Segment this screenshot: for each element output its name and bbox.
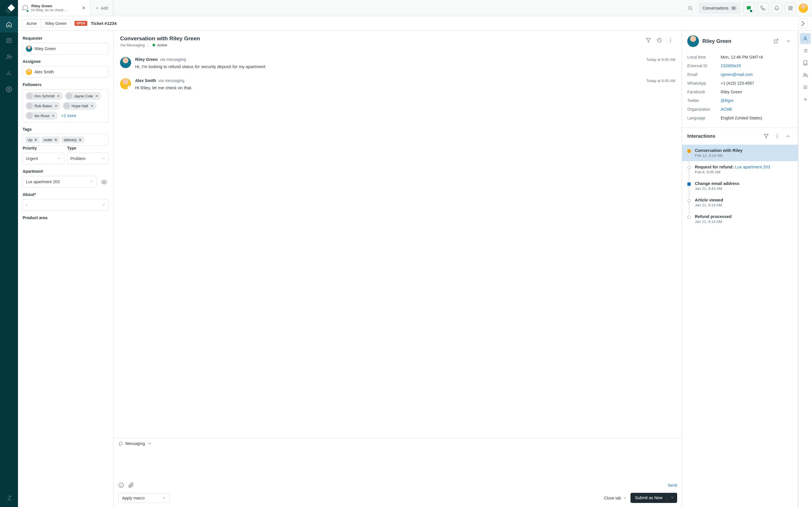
- call-button[interactable]: [757, 2, 768, 14]
- open-profile-button[interactable]: [772, 37, 780, 46]
- submit-button[interactable]: Submit as New: [631, 493, 667, 503]
- followers-field[interactable]: Kim Schmitt✕ Jayne Cole✕ Rob Bates✕ Hope…: [22, 89, 109, 122]
- history-button[interactable]: [654, 35, 664, 45]
- interaction-link[interactable]: Lux apartment 203: [735, 165, 770, 169]
- plus-icon: ＋: [95, 5, 99, 11]
- visibility-toggle[interactable]: [100, 177, 109, 187]
- attachment-icon[interactable]: [128, 483, 134, 488]
- rail-list-button[interactable]: [800, 45, 811, 56]
- rail-grid-button[interactable]: [800, 82, 811, 93]
- nav-admin-icon[interactable]: [0, 81, 18, 97]
- external-link-icon: [773, 39, 779, 44]
- emoji-icon[interactable]: [118, 483, 124, 488]
- chat-status-button[interactable]: [743, 2, 755, 14]
- rail-add-button[interactable]: [800, 94, 811, 105]
- composer-channel-select[interactable]: Messaging: [114, 438, 682, 449]
- apply-macro-select[interactable]: Apply macro: [118, 493, 170, 503]
- app-logo[interactable]: [0, 0, 18, 16]
- remove-icon[interactable]: ✕: [95, 94, 99, 98]
- submit-dropdown[interactable]: [667, 493, 677, 503]
- notifications-button[interactable]: [771, 2, 782, 14]
- crumb-user[interactable]: Riley Green: [41, 19, 71, 27]
- remove-icon[interactable]: ✕: [34, 138, 38, 142]
- close-tab-action[interactable]: Close tab: [604, 496, 627, 500]
- topbar: Riley Green Hi Riley, let ne check ... ✕…: [18, 0, 812, 16]
- tags-field[interactable]: vip✕ order✕ delivery✕: [22, 134, 109, 146]
- interactions-collapse-button[interactable]: [784, 132, 793, 140]
- zendesk-logo-icon[interactable]: z: [0, 491, 18, 507]
- priority-select[interactable]: Urgent: [22, 153, 64, 164]
- svg-point-9: [670, 39, 671, 39]
- nav-reports-icon[interactable]: [0, 65, 18, 81]
- send-button[interactable]: Send: [667, 483, 677, 488]
- type-value: Problem: [70, 156, 86, 161]
- tag-pill[interactable]: order✕: [42, 136, 60, 143]
- eye-icon: [101, 179, 107, 185]
- conversations-counter[interactable]: Conversations 0: [698, 2, 741, 14]
- assignee-field[interactable]: Alex Smith: [22, 66, 109, 78]
- remove-icon[interactable]: ✕: [51, 114, 55, 118]
- add-tab-button[interactable]: ＋ Add: [91, 0, 113, 16]
- interaction-title: Change email address: [695, 181, 793, 186]
- type-select[interactable]: Problem: [67, 153, 109, 164]
- interaction-marker: [687, 215, 691, 219]
- remove-icon[interactable]: ✕: [90, 104, 94, 108]
- interaction-item[interactable]: Conversation with Riley Feb 12, 8:14 AM: [682, 145, 798, 161]
- follower-pill[interactable]: Rob Bates✕: [25, 102, 61, 110]
- interaction-marker: [687, 182, 691, 186]
- context-options-button[interactable]: [784, 37, 793, 46]
- interaction-marker: [687, 149, 691, 153]
- about-select[interactable]: -: [22, 199, 109, 211]
- expand-panel-button[interactable]: [798, 18, 808, 29]
- requester-field[interactable]: Riley Green: [22, 43, 109, 55]
- rail-user-button[interactable]: [800, 33, 811, 44]
- nav-customers-icon[interactable]: [0, 49, 18, 65]
- interaction-time: Jan 21, 9:43 AM: [695, 186, 793, 191]
- interactions-filter-button[interactable]: [762, 132, 770, 140]
- profile-avatar[interactable]: [799, 3, 808, 13]
- composer-textarea[interactable]: [114, 449, 682, 481]
- close-tab-icon[interactable]: ✕: [80, 4, 87, 12]
- interaction-item[interactable]: Request for refund: Lux apartment 203 Fe…: [682, 161, 798, 178]
- interaction-item[interactable]: Refund processed Jan 21, 8:14 AM: [682, 211, 798, 227]
- follower-pill[interactable]: Ike Rose✕: [25, 112, 58, 120]
- follower-pill[interactable]: Jayne Cole✕: [65, 92, 101, 100]
- apartment-select[interactable]: Lux apartment 203: [22, 176, 97, 187]
- interaction-marker: [687, 199, 691, 202]
- crumb-org[interactable]: Acme: [22, 19, 41, 27]
- filter-button[interactable]: [644, 35, 653, 45]
- about-value: -: [26, 203, 27, 207]
- interaction-title: Request for refund: Lux apartment 203: [695, 165, 793, 169]
- tag-pill[interactable]: delivery✕: [61, 136, 84, 143]
- requester-label: Requester: [22, 36, 109, 41]
- remove-icon[interactable]: ✕: [54, 104, 58, 108]
- ticket-id: Ticket #1234: [91, 21, 117, 26]
- rail-people-button[interactable]: [800, 69, 811, 80]
- search-button[interactable]: [685, 2, 696, 14]
- remove-icon[interactable]: ✕: [54, 138, 57, 142]
- remove-icon[interactable]: ✕: [78, 138, 82, 142]
- kv-row: Emailrgreen@mail.com: [687, 70, 793, 79]
- follower-pill[interactable]: Kim Schmitt✕: [25, 92, 63, 100]
- chevron-down-icon: [89, 179, 93, 184]
- nav-views-icon[interactable]: [0, 33, 18, 49]
- rail-knowledge-button[interactable]: [800, 57, 811, 68]
- tag-pill[interactable]: vip✕: [25, 136, 40, 143]
- followers-label: Followers: [22, 82, 109, 87]
- interaction-item[interactable]: Article viewed Jan 21, 9:14 AM: [682, 194, 798, 211]
- interaction-item[interactable]: Change email address Jan 21, 9:43 AM: [682, 178, 798, 194]
- remove-icon[interactable]: ✕: [56, 94, 61, 98]
- svg-point-10: [670, 40, 671, 41]
- message-via: via messaging: [160, 57, 186, 62]
- follower-pill[interactable]: Hope Hall✕: [62, 102, 97, 110]
- more-button[interactable]: [665, 35, 675, 45]
- workspace-tab[interactable]: Riley Green Hi Riley, let ne check ... ✕: [18, 0, 91, 16]
- followers-more-link[interactable]: +2 more: [59, 113, 76, 118]
- apartment-label: Apartment: [22, 169, 109, 174]
- nav-home-icon[interactable]: [0, 16, 18, 33]
- requester-value: Riley Green: [35, 46, 56, 51]
- svg-point-12: [129, 87, 130, 88]
- apps-button[interactable]: [785, 2, 796, 14]
- chevron-down-icon: [162, 496, 166, 500]
- interactions-more-button[interactable]: [773, 132, 781, 140]
